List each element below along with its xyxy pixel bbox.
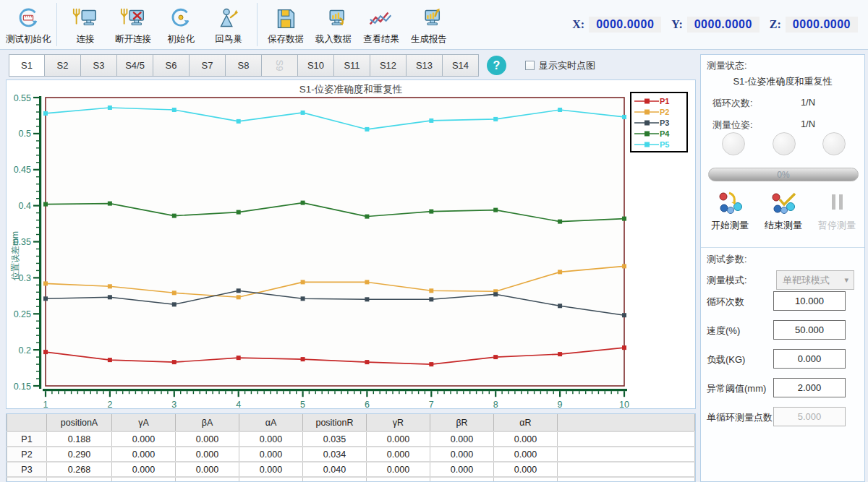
coordinate-display: X:0000.0000Y:0000.0000Z:0000.0000 [572, 0, 858, 49]
param-input-3[interactable] [773, 378, 846, 397]
tab-s1[interactable]: S1 [9, 54, 45, 77]
checkbox-icon [525, 61, 535, 70]
measure-mode-label: 测量模式: [707, 274, 747, 287]
toolbar-button-save-data[interactable]: 保存数据 [262, 0, 310, 49]
table-cell: 0.000 [112, 447, 176, 462]
row-name: P1 [7, 431, 47, 447]
table-row[interactable]: P30.2680.0000.0000.0000.0400.0000.0000.0… [7, 462, 695, 477]
toolbar-button-connect[interactable]: 连接 [61, 0, 109, 49]
table-header-βA: βA [176, 414, 239, 431]
toolbar-button-generate-report[interactable]: 生成报告 [405, 0, 453, 49]
tab-s2[interactable]: S2 [45, 54, 81, 77]
param-input-0[interactable] [773, 291, 846, 311]
table-cell: 0.000 [239, 477, 303, 482]
table-header-positionR: positionR [303, 414, 367, 431]
tab-label: S2 [57, 60, 69, 71]
legend-entry-p1: P1 [634, 95, 684, 106]
param-input-4 [773, 407, 846, 426]
table-cell: 0.040 [303, 462, 367, 477]
toolbar-button-label: 载入数据 [315, 33, 352, 46]
table-cell: 0.020 [303, 477, 367, 482]
legend-label: P2 [660, 108, 669, 116]
tab-label: S9 [274, 60, 285, 72]
coordinate-value: 0000.0000 [786, 17, 858, 33]
tab-s11[interactable]: S11 [334, 54, 370, 77]
toolbar-button-return-nest[interactable]: 回鸟巢 [205, 0, 252, 49]
realtime-plot-checkbox[interactable]: 显示实时点图 [525, 59, 595, 72]
end-measure-button[interactable]: 结束测量 [757, 191, 809, 232]
legend-label: P4 [660, 129, 669, 138]
svg-text:位置误差mm: 位置误差mm [10, 231, 20, 280]
pause-icon [824, 191, 850, 218]
tab-label: S12 [380, 60, 396, 71]
toolbar-button-label: 断开连接 [115, 33, 151, 46]
toolbar-button-initialize[interactable]: 初始化 [157, 0, 205, 49]
svg-text:0.3: 0.3 [19, 273, 31, 283]
toolbar-button-label: 回鸟巢 [215, 33, 242, 46]
row-name: P2 [7, 447, 47, 462]
tab-label: S7 [202, 60, 213, 71]
tabs: S1S2S3S4/5S6S7S8S9S10S11S12S13S14 [9, 54, 479, 77]
table-header-γA: γA [112, 414, 176, 431]
svg-text:4: 4 [236, 400, 241, 408]
toolbar-button-load-data[interactable]: 载入数据 [310, 0, 357, 49]
table-header-filler [558, 414, 695, 431]
start-measure-button[interactable]: 开始测量 [704, 191, 756, 232]
table-row[interactable]: P40.3910.0000.0000.0000.0200.0000.0000.0… [7, 477, 695, 482]
legend-entry-p5: P5 [634, 139, 684, 150]
table-row[interactable]: P10.1880.0000.0000.0000.0350.0000.0000.0… [7, 431, 695, 447]
toolbar-button-label: 生成报告 [411, 33, 447, 46]
param-label-4: 单循环测量点数 [707, 411, 773, 424]
table-cell: 0.000 [430, 462, 494, 477]
svg-text:0.4: 0.4 [19, 201, 31, 211]
svg-text:8: 8 [493, 400, 498, 408]
coordinate-z: Z:0000.0000 [770, 17, 858, 33]
status-indicator-light [822, 132, 846, 155]
progress-percent: 0% [777, 170, 789, 180]
table-cell: 0.000 [494, 447, 558, 462]
table-header-γR: γR [367, 414, 430, 431]
table-cell: 0.000 [430, 431, 494, 447]
tab-label: S3 [93, 60, 105, 71]
initialize-icon [167, 6, 195, 32]
toolbar-button-disconnect[interactable]: 断开连接 [109, 0, 157, 49]
tab-s10[interactable]: S10 [298, 54, 334, 77]
legend-label: P1 [660, 97, 669, 106]
table-cell: 0.000 [176, 477, 239, 482]
help-icon[interactable]: ? [487, 56, 506, 75]
tab-s3[interactable]: S3 [81, 54, 117, 77]
param-input-2[interactable] [773, 349, 846, 369]
table-cell: 0.188 [47, 431, 112, 447]
table-cell: 0.000 [367, 477, 430, 482]
tab-strip: S1S2S3S4/5S6S7S8S9S10S11S12S13S14 ? 显示实时… [9, 54, 595, 77]
param-label-0: 循环次数 [707, 296, 744, 309]
table-cell: 0.000 [494, 477, 558, 482]
table-cell-filler [558, 447, 695, 462]
table-cell: 0.000 [494, 462, 558, 477]
connect-icon [72, 6, 99, 32]
toolbar-separator [56, 3, 57, 46]
param-input-1[interactable] [773, 320, 846, 340]
legend-marker [634, 119, 659, 126]
coordinate-label: Y: [671, 18, 682, 31]
table-cell: 0.000 [430, 447, 494, 462]
toolbar-button-label: 初始化 [167, 33, 195, 46]
toolbar-button-test-init[interactable]: 测试初始化 [4, 0, 52, 49]
tab-s7[interactable]: S7 [190, 54, 226, 77]
table-cell: 0.000 [176, 462, 239, 477]
toolbar-button-label: 保存数据 [268, 33, 304, 46]
tab-s6[interactable]: S6 [153, 54, 190, 77]
toolbar-button-view-results[interactable]: 查看结果 [357, 0, 405, 49]
generate-report-icon [415, 6, 443, 32]
tab-s4-5[interactable]: S4/5 [117, 54, 153, 77]
tab-s12[interactable]: S12 [370, 54, 407, 77]
svg-text:7: 7 [429, 400, 434, 408]
tab-s8[interactable]: S8 [226, 54, 262, 77]
table-cell-filler [558, 477, 695, 482]
tab-s13[interactable]: S13 [407, 54, 443, 77]
param-label-2: 负载(KG) [707, 353, 745, 366]
table-cell: 0.290 [47, 447, 112, 462]
tab-s14[interactable]: S14 [443, 54, 479, 77]
table-row[interactable]: P20.2900.0000.0000.0000.0340.0000.0000.0… [7, 447, 695, 462]
load-data-icon [320, 6, 347, 32]
